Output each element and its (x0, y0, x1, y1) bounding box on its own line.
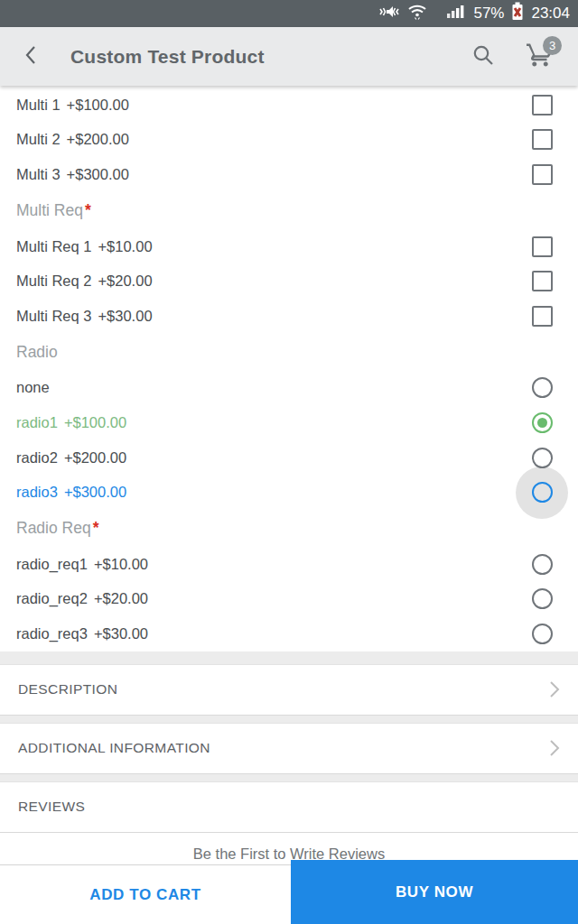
option-price: +$100.00 (67, 97, 129, 114)
option-row[interactable]: radio2+$200.00 (0, 440, 578, 476)
checkbox[interactable] (532, 236, 553, 257)
wifi-icon (407, 4, 427, 24)
buy-now-label: BUY NOW (396, 883, 473, 901)
option-text: radio_req2+$20.00 (16, 590, 148, 607)
option-control (531, 236, 553, 257)
option-label: radio3 (16, 484, 58, 501)
option-price: +$200.00 (67, 131, 129, 148)
app-bar: Custom Test Product 3 (0, 27, 578, 86)
option-text: radio_req1+$10.00 (16, 556, 148, 573)
option-text: Multi 2+$200.00 (16, 131, 129, 148)
option-price: +$10.00 (94, 556, 148, 573)
option-label: Multi 3 (16, 166, 61, 183)
checkbox[interactable] (532, 129, 553, 150)
group-label: Multi Req (16, 201, 83, 220)
option-price: +$30.00 (94, 625, 148, 642)
clock: 23:04 (531, 0, 570, 27)
option-row[interactable]: Multi Req 1+$10.00 (0, 229, 578, 264)
cart-badge: 3 (543, 36, 562, 55)
radio-button[interactable] (532, 448, 553, 468)
option-text: radio_req3+$30.00 (16, 625, 148, 642)
option-control (531, 447, 553, 468)
option-text: radio2+$200.00 (16, 449, 126, 467)
option-row[interactable]: radio_req2+$20.00 (0, 582, 578, 617)
section-label: REVIEWS (18, 799, 85, 815)
required-asterisk: * (85, 201, 91, 220)
option-row[interactable]: none (0, 371, 578, 406)
option-row[interactable]: Multi 2+$200.00 (0, 123, 578, 158)
option-text: radio3+$300.00 (16, 484, 126, 501)
option-text: none (16, 379, 50, 396)
radio-button[interactable] (532, 554, 553, 575)
status-bar: 57% 23:04 (0, 0, 578, 27)
bottom-bar: ADD TO CART BUY NOW (0, 864, 578, 924)
radio-button[interactable] (532, 588, 553, 609)
option-row[interactable]: Multi 1+$100.00 (0, 88, 578, 123)
option-group-header: Radio Req* (0, 510, 578, 547)
option-group-header: Multi Req* (0, 192, 578, 229)
option-price: +$30.00 (98, 308, 152, 325)
option-row[interactable]: radio1+$100.00 (0, 405, 578, 440)
chevron-left-icon (24, 45, 36, 69)
search-icon (471, 43, 495, 70)
radio-button[interactable] (532, 377, 553, 398)
option-text: Multi Req 2+$20.00 (16, 273, 153, 290)
add-to-cart-button[interactable]: ADD TO CART (0, 864, 291, 924)
option-price: +$100.00 (64, 414, 126, 431)
search-button[interactable] (468, 39, 499, 75)
option-label: Multi 1 (16, 97, 61, 114)
checkbox[interactable] (532, 95, 553, 116)
option-row[interactable]: radio_req1+$10.00 (0, 547, 578, 582)
option-label: none (16, 379, 50, 396)
options-list: Multi 1+$100.00Multi 2+$200.00Multi 3+$3… (0, 86, 578, 651)
checkbox[interactable] (532, 271, 553, 291)
radio-button[interactable] (532, 482, 553, 503)
chevron-right-icon (549, 680, 560, 698)
accordion-section-reviews[interactable]: REVIEWS (0, 781, 578, 833)
add-to-cart-label: ADD TO CART (89, 886, 200, 904)
option-label: Multi Req 3 (16, 308, 91, 325)
chevron-right-icon (549, 739, 560, 757)
option-text: Multi 3+$300.00 (16, 166, 129, 183)
signal-strength-icon (447, 4, 466, 23)
accordion-section-description[interactable]: DESCRIPTION (0, 664, 578, 716)
buy-now-button[interactable]: BUY NOW (291, 860, 578, 924)
option-price: +$200.00 (64, 449, 126, 467)
option-control (531, 163, 553, 185)
option-row[interactable]: radio_req3+$30.00 (0, 616, 578, 651)
option-text: Multi Req 1+$10.00 (16, 238, 153, 255)
option-control (531, 377, 553, 399)
option-price: +$20.00 (98, 273, 152, 290)
accordion-section-additional-information[interactable]: ADDITIONAL INFORMATION (0, 723, 578, 774)
option-control (531, 553, 553, 575)
vibrate-muted-icon (378, 4, 400, 24)
option-row[interactable]: radio3+$300.00 (0, 475, 578, 510)
section-label: ADDITIONAL INFORMATION (18, 740, 210, 756)
radio-button[interactable] (532, 412, 553, 433)
option-price: +$300.00 (67, 166, 129, 183)
option-price: +$300.00 (64, 484, 126, 501)
group-label: Radio (16, 343, 58, 362)
option-label: radio_req3 (16, 625, 88, 642)
checkbox[interactable] (532, 164, 553, 185)
checkbox[interactable] (532, 306, 553, 327)
accordion: DESCRIPTIONADDITIONAL INFORMATIONREVIEWS (0, 651, 578, 833)
option-label: radio_req2 (16, 590, 88, 607)
option-label: radio2 (16, 449, 58, 467)
battery-percent: 57% (473, 0, 504, 27)
option-row[interactable]: Multi 3+$300.00 (0, 157, 578, 192)
option-label: Multi Req 2 (16, 273, 91, 290)
cart-button[interactable]: 3 (520, 35, 560, 79)
option-label: radio_req1 (16, 556, 88, 573)
option-label: Multi Req 1 (16, 238, 91, 255)
back-button[interactable] (18, 39, 42, 75)
option-control (531, 271, 553, 292)
group-label: Radio Req (16, 519, 91, 538)
radio-button[interactable] (532, 624, 553, 644)
option-row[interactable]: Multi Req 3+$30.00 (0, 299, 578, 334)
option-row[interactable]: Multi Req 2+$20.00 (0, 263, 578, 299)
required-asterisk: * (93, 519, 99, 538)
option-price: +$10.00 (98, 238, 152, 255)
option-control (531, 482, 553, 504)
option-group-header: Radio (0, 334, 578, 371)
